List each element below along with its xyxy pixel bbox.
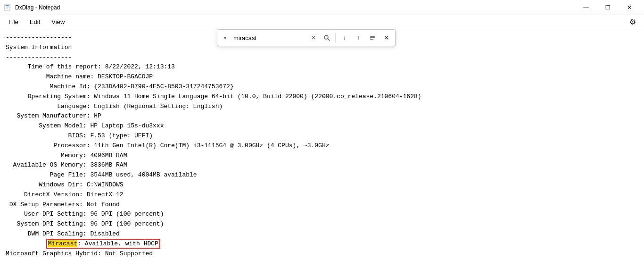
menu-bar: File Edit View ⚙ [0, 15, 644, 29]
title-bar: DxDiag - Notepad — ❐ ✕ [0, 0, 644, 15]
search-dropdown-button[interactable]: ▾ [219, 31, 231, 44]
search-close-button[interactable]: ✕ [380, 31, 393, 44]
search-find-button[interactable] [320, 31, 333, 44]
edit-menu[interactable]: Edit [25, 17, 45, 27]
search-options-button[interactable] [366, 31, 379, 44]
file-content: ------------------ System Information --… [6, 33, 638, 260]
search-input[interactable] [231, 34, 307, 42]
file-menu[interactable]: File [4, 17, 23, 27]
search-prev-button[interactable]: ↑ [352, 31, 365, 44]
system-information-heading: System Information [6, 44, 72, 51]
window-controls: — ❐ ✕ [575, 0, 640, 15]
separator-line-2: ------------------ [6, 54, 72, 61]
settings-gear-icon[interactable]: ⚙ [625, 16, 640, 29]
text-content-area[interactable]: ------------------ System Information --… [0, 29, 644, 260]
svg-line-6 [328, 39, 330, 41]
search-clear-button[interactable]: ✕ [308, 31, 319, 44]
separator-line-1: ------------------ [6, 34, 72, 41]
title-bar-left: DxDiag - Notepad [4, 4, 60, 11]
window-title: DxDiag - Notepad [15, 4, 60, 11]
svg-rect-4 [6, 8, 8, 8]
search-next-button[interactable]: ↓ [338, 31, 351, 44]
svg-rect-2 [6, 6, 9, 7]
notepad-icon [4, 4, 11, 11]
menu-items: File Edit View [4, 17, 69, 27]
minimize-button[interactable]: — [575, 0, 597, 15]
svg-point-5 [324, 35, 328, 39]
svg-rect-1 [6, 5, 9, 6]
find-toolbar: ▾ ✕ ↓ ↑ ✕ [217, 29, 396, 46]
view-menu[interactable]: View [47, 17, 69, 27]
miracast-highlight: Miracast: Available, with HDCP [46, 239, 160, 249]
miracast-keyword: Miracast [48, 240, 77, 247]
search-divider [335, 33, 336, 42]
svg-rect-3 [6, 7, 9, 8]
maximize-button[interactable]: ❐ [597, 0, 619, 15]
close-button[interactable]: ✕ [619, 0, 640, 15]
